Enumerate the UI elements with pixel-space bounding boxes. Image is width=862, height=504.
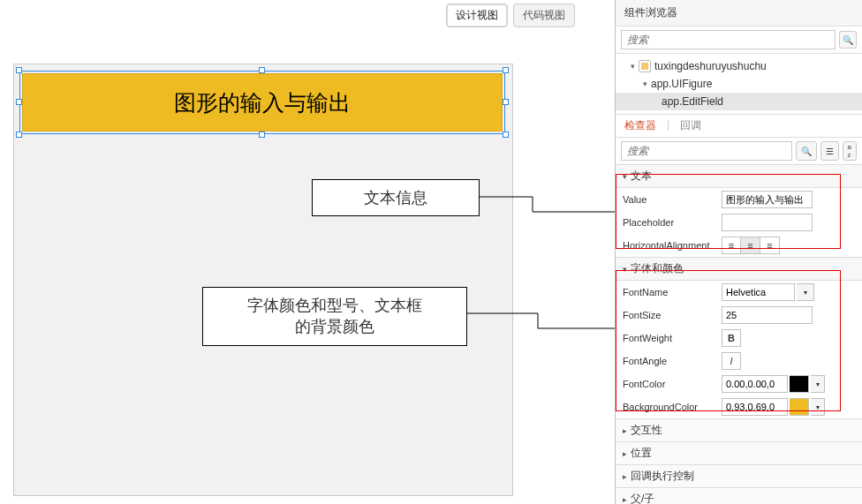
- prop-fontname-input[interactable]: [722, 283, 795, 301]
- section-interactivity[interactable]: ▸ 交互性: [616, 419, 862, 442]
- prop-fontname-dropdown-button[interactable]: ▾: [797, 283, 814, 301]
- component-browser-title: 组件浏览器: [616, 0, 862, 26]
- component-tree: ▾ tuxingdeshuruyushuchu ▾ app.UIFigure a…: [616, 54, 862, 115]
- prop-fontweight-label: FontWeight: [623, 333, 722, 343]
- callout-text-info: 文本信息: [312, 179, 480, 216]
- prop-value-input[interactable]: [722, 191, 813, 208]
- callout-font-info-line2: 的背景颜色: [295, 318, 374, 335]
- section-parent[interactable]: ▸ 父/子: [616, 488, 862, 504]
- tree-root[interactable]: ▾ tuxingdeshuruyushuchu: [616, 57, 862, 75]
- section-parent-label: 父/子: [631, 492, 654, 504]
- section-font[interactable]: ▾ 字体和颜色: [616, 258, 862, 281]
- tree-root-expand-icon[interactable]: ▾: [628, 58, 637, 74]
- browser-search-input[interactable]: [621, 30, 836, 49]
- section-position[interactable]: ▸ 位置: [616, 442, 862, 465]
- resize-handle-s[interactable]: [259, 132, 265, 138]
- tab-code-view[interactable]: 代码视图: [513, 4, 575, 27]
- resize-handle-nw[interactable]: [16, 67, 22, 73]
- tab-callbacks[interactable]: 回调: [680, 118, 701, 133]
- fontcolor-dropdown-button[interactable]: ▾: [811, 375, 825, 393]
- section-text[interactable]: ▾ 文本: [616, 165, 862, 188]
- tree-editfield[interactable]: app.EditField: [616, 93, 862, 110]
- file-icon: [639, 60, 651, 72]
- fontweight-bold-button[interactable]: B: [722, 329, 741, 347]
- right-panel: 组件浏览器 🔍 ▾ tuxingdeshuruyushuchu ▾ app.UI…: [615, 0, 862, 504]
- section-font-label: 字体和颜色: [631, 261, 684, 276]
- inspector-category-view-button[interactable]: ☰: [820, 141, 839, 161]
- chevron-right-icon: ▸: [623, 426, 627, 435]
- resize-handle-n[interactable]: [259, 67, 265, 73]
- tree-uifigure[interactable]: ▾ app.UIFigure: [616, 75, 862, 93]
- section-text-label: 文本: [631, 169, 652, 184]
- section-position-label: 位置: [631, 446, 652, 461]
- callout-font-info-line1: 字体颜色和型号、文本框: [247, 297, 422, 314]
- align-left-button[interactable]: ≡: [722, 237, 741, 254]
- resize-handle-sw[interactable]: [16, 132, 22, 138]
- prop-fontangle-label: FontAngle: [623, 356, 722, 366]
- prop-fontsize-input[interactable]: [722, 306, 813, 324]
- prop-placeholder-input[interactable]: [722, 214, 813, 231]
- resize-handle-ne[interactable]: [503, 67, 509, 73]
- callout-font-info: 字体颜色和型号、文本框 的背景颜色: [202, 287, 467, 346]
- tree-editfield-label: app.EditField: [662, 94, 723, 109]
- prop-bgcolor-label: BackgroundColor: [623, 402, 722, 412]
- tab-design-view[interactable]: 设计视图: [446, 4, 508, 27]
- inspector-alpha-view-button[interactable]: az: [843, 141, 857, 161]
- align-center-button[interactable]: ≡: [741, 237, 760, 254]
- chevron-down-icon: ▾: [623, 172, 627, 181]
- chevron-right-icon: ▸: [623, 472, 627, 481]
- prop-bgcolor-input[interactable]: [722, 398, 788, 416]
- fontangle-italic-button[interactable]: I: [722, 352, 741, 370]
- bgcolor-swatch[interactable]: [790, 398, 809, 416]
- prop-halign-label: HorizontalAlignment: [623, 240, 722, 251]
- chevron-down-icon: ▾: [623, 265, 627, 274]
- prop-value-label: Value: [623, 194, 722, 205]
- inspector-search-input[interactable]: [621, 141, 792, 161]
- prop-fontcolor-label: FontColor: [623, 379, 722, 389]
- tree-root-label: tuxingdeshuruyushuchu: [654, 58, 767, 74]
- chevron-right-icon: ▸: [623, 449, 627, 458]
- callout-text-info-label: 文本信息: [364, 189, 427, 207]
- inspector-search-button[interactable]: 🔍: [796, 141, 817, 161]
- tab-inspector[interactable]: 检查器: [624, 118, 656, 133]
- section-interactivity-label: 交互性: [631, 423, 662, 438]
- prop-placeholder-label: Placeholder: [623, 217, 722, 228]
- prop-fontcolor-input[interactable]: [722, 375, 788, 393]
- section-callback-ctrl-label: 回调执行控制: [631, 469, 694, 484]
- align-right-button[interactable]: ≡: [760, 237, 780, 254]
- resize-handle-se[interactable]: [503, 132, 509, 138]
- editfield-selection[interactable]: 图形的输入与输出: [19, 71, 505, 134]
- resize-handle-e[interactable]: [503, 99, 509, 105]
- prop-fontname-label: FontName: [623, 287, 722, 297]
- resize-handle-w[interactable]: [16, 99, 22, 105]
- tree-uifigure-expand-icon[interactable]: ▾: [640, 76, 649, 92]
- tree-uifigure-label: app.UIFigure: [651, 76, 712, 92]
- chevron-right-icon: ▸: [623, 495, 627, 504]
- tab-separator: |: [667, 118, 669, 133]
- editfield-text: 图形的输入与输出: [174, 88, 351, 117]
- section-callback-ctrl[interactable]: ▸ 回调执行控制: [616, 465, 862, 488]
- fontcolor-swatch[interactable]: [790, 375, 809, 393]
- editfield[interactable]: 图形的输入与输出: [22, 73, 503, 132]
- browser-search-button[interactable]: 🔍: [839, 31, 857, 49]
- prop-fontsize-label: FontSize: [623, 310, 722, 320]
- bgcolor-dropdown-button[interactable]: ▾: [811, 398, 825, 416]
